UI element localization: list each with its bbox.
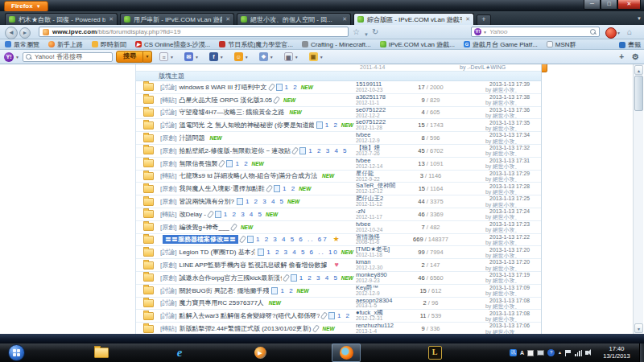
thread-row[interactable]: [原創] 誠邀永合作orpg官方三國kick最新漢化版3.2.2e(內有劉4攻略…	[136, 272, 541, 285]
thread-row[interactable]: [討論] 點解入去war3 點解個名會變綠呀?(唔代人都係呀?) 1 2 ●fu…	[136, 310, 541, 323]
thread-category-link[interactable]: [討論]	[160, 298, 176, 307]
thread-title-link[interactable]: 拾點壁紙2-修復版-無限歡迎你 ~ 連改貼	[179, 146, 291, 155]
thread-page-links[interactable]: 1 2 3 4 5	[308, 147, 348, 154]
last-post-time-link[interactable]: 2013-1-13 17:09	[456, 285, 541, 290]
last-poster-link[interactable]: 絕世小攻、	[493, 113, 520, 118]
yahoo-logo-icon[interactable]: Y!	[4, 52, 14, 62]
thread-category-link[interactable]: [原創]	[160, 159, 176, 168]
help-tray-icon[interactable]: ?	[547, 349, 555, 356]
toolbar-add-button[interactable]: +	[619, 52, 624, 61]
last-poster-link[interactable]: 絕世小攻、	[493, 214, 520, 220]
thread-category-link[interactable]: [原創]	[160, 134, 176, 142]
maximize-button[interactable]: □	[601, 0, 617, 10]
taskbar-ie-button[interactable]: e	[165, 343, 194, 362]
chevron-down-icon[interactable]: ▼	[617, 31, 621, 35]
last-poster-link[interactable]: 絕世小攻、	[493, 240, 520, 245]
thread-page-links[interactable]: 1 2 3 4 5 6 .. 10	[266, 249, 339, 256]
thread-page-links[interactable]: 1 2 3 4 5	[246, 198, 285, 205]
thread-category-link[interactable]: [原創]	[160, 184, 176, 193]
last-poster-link[interactable]: 絕世小攻、	[493, 265, 520, 271]
last-poster-link[interactable]: 絕世小攻、	[493, 303, 520, 309]
thread-row[interactable]: [轉貼] 新版點擊彈2.44F繁體正式版 (2013/01/02更新) NEW …	[136, 323, 541, 334]
taskbar-explorer-button[interactable]	[87, 343, 116, 362]
scrollbar[interactable]: ▲ ▼	[633, 64, 643, 334]
taskbar-lol-button[interactable]: L	[420, 343, 449, 362]
thread-title-link[interactable]: Legion TD (軍團TD) 基本介紹 3/12更新	[179, 248, 255, 257]
home-icon[interactable]: ⌂	[627, 27, 632, 37]
thread-title-link[interactable]: 〓〓服務器檔案修改〓〓	[163, 235, 238, 244]
reload-icon[interactable]: ↻	[372, 27, 378, 37]
scrollbar-thumb[interactable]	[634, 76, 643, 111]
thread-page-links[interactable]: 1 2	[280, 287, 294, 294]
thread-category-link[interactable]: [原創]	[160, 274, 176, 282]
last-post-time-link[interactable]: 2013-1-13 17:22	[456, 234, 541, 240]
toolbar-app-facebook[interactable]: f▼	[209, 52, 227, 61]
thread-row[interactable]: [討論] Legion TD (軍團TD) 基本介紹 3/12更新 1 2 3 …	[136, 246, 541, 259]
bookmark-item[interactable]: Crafting - Minecraft...	[302, 41, 371, 48]
chevron-down-icon[interactable]: ▼	[15, 55, 19, 60]
chevron-down-icon[interactable]: ▼	[483, 30, 487, 35]
yahoo-engine-icon[interactable]: Y!	[474, 28, 481, 35]
thread-title-link[interactable]: 七龍珠s9 td 詳細攻略(人物-組合等)滿分合成方法	[179, 171, 317, 180]
thread-category-link[interactable]: [討論]	[160, 248, 176, 257]
thread-row[interactable]: [原創] 編後覺g+神奇___ NEW tvbee 2012-10-24 7 /…	[136, 221, 541, 234]
thread-page-links[interactable]: 1 2 3 4 5	[299, 274, 339, 282]
ime-language-indicator[interactable]: A	[520, 349, 524, 356]
last-poster-link[interactable]: 絕世小攻、	[493, 202, 520, 208]
thread-row[interactable]: [原創] 汁譜問題 NEW tvbee 2012-12-9 8 / 596 20…	[136, 132, 541, 145]
toolbar-app-folder[interactable]: ▣▼	[309, 52, 327, 61]
last-poster-link[interactable]: 絕世小攻、	[493, 150, 520, 156]
tab-4-active[interactable]: 綜合版區 - IPvE.COM vLan 遊戲平台|... ✕	[353, 13, 474, 25]
toolbar-app-mail[interactable]: ✉▼	[184, 52, 202, 61]
thread-category-link[interactable]: [討論]	[160, 311, 176, 320]
bookmark-item[interactable]: G遊戲月台 Game Platf...	[464, 40, 538, 49]
thread-category-link[interactable]: [轉貼]	[160, 210, 176, 219]
toolbar-app-calendar[interactable]: ▦▼	[284, 52, 302, 61]
thread-category-link[interactable]: [討論]	[160, 286, 176, 295]
tab-close-icon[interactable]: ✕	[109, 16, 114, 23]
thread-row[interactable]: 〓〓服務器檔案修改〓〓 1 2 3 4 5 6 .. 67 ★ 宣情激怪 200…	[136, 234, 541, 247]
thread-row[interactable]: [討論] 魔力寶貝專用RC 25976377人 NEW aesopn28304 …	[136, 298, 541, 311]
scroll-up-icon[interactable]: ▲	[634, 65, 643, 75]
thread-category-link[interactable]: [原創]	[160, 197, 176, 206]
tab-close-icon[interactable]: ✕	[342, 16, 347, 23]
thread-row[interactable]: [討論] windows 8 WAR III 打唔到中文 1 2 NEW 151…	[136, 81, 541, 94]
ime-toolbar-icon[interactable]	[537, 350, 544, 356]
last-post-time-link[interactable]: 2013-1-13 17:35	[456, 120, 541, 125]
tab-close-icon[interactable]: ✕	[225, 16, 230, 23]
show-desktop-button[interactable]	[639, 343, 644, 362]
thread-category-link[interactable]: [轉貼]	[160, 96, 176, 105]
last-post-time-link[interactable]: 2013-1-13 17:08	[456, 311, 541, 316]
back-button[interactable]: ◄	[5, 27, 18, 39]
last-post-time-link[interactable]: 2013-1-13 17:23	[456, 221, 541, 227]
scroll-down-icon[interactable]: ▼	[634, 323, 643, 333]
thread-row[interactable]: [原創] 無限信長強襲 1 2 NEW tvbee 2012-12-14 13 …	[136, 158, 541, 171]
last-post-time-link[interactable]: 2013-1-13 17:29	[456, 171, 541, 176]
thread-title-link[interactable]: windows 8 WAR III 打唔到中文	[179, 83, 266, 92]
bookmark-item[interactable]: MSN群	[547, 40, 576, 49]
last-post-time-link[interactable]: 2013-1-13 17:34	[456, 132, 541, 138]
site-identity-icon[interactable]	[43, 29, 49, 35]
thread-title-link[interactable]: 凸星火晶大陸 ORPG 漢化版3.05	[179, 96, 272, 105]
announcement-row-partial[interactable]: 2011-4-14 by .-DevIL★WING	[136, 64, 541, 72]
thread-page-links[interactable]: 1 2 3 4 5	[224, 211, 263, 218]
last-poster-link[interactable]: 絕世小攻、	[493, 176, 520, 182]
last-post-time-link[interactable]: 2013-1-13 17:31	[456, 158, 541, 163]
last-post-time-link[interactable]: 2013-1-13 17:08	[456, 298, 541, 303]
thread-category-link[interactable]: [討論]	[160, 108, 176, 117]
toolbar-app-messenger[interactable]: ☺▼	[234, 52, 252, 61]
thread-title-link[interactable]: 汁譜問題	[179, 134, 204, 142]
thread-category-link[interactable]: [原創]	[160, 261, 176, 269]
last-post-time-link[interactable]: 2013-1-13 17:20	[456, 259, 541, 265]
tab-1[interactable]: 朽木★自散 - 回復 - Powered by Disc... ✕	[5, 13, 118, 25]
yahoo-search-input[interactable]: Yahoo! 香港搜尋	[23, 52, 113, 62]
thread-row[interactable]: [原創] LINE APP監聽手機內容 監視訊息破解 偷看增份數據 ♥ kman…	[136, 259, 541, 272]
thread-title-link[interactable]: LINE APP監聽手機內容 監視訊息破解 偷看增份數據	[179, 261, 327, 269]
tab-close-icon[interactable]: ✕	[465, 16, 470, 23]
thread-page-links[interactable]: 1 2	[285, 84, 299, 91]
thread-title-link[interactable]: 誠邀永合作orpg官方三國kick最新漢化版3.2.2e(內有劉4攻略)	[179, 274, 281, 282]
thread-title-link[interactable]: 魔力寶貝專用RC 25976377人	[179, 298, 263, 307]
firefox-menu-button[interactable]: Firefox▼	[4, 1, 48, 12]
bookmark-star-icon[interactable]: ☆	[353, 27, 360, 37]
search-icon[interactable]	[590, 29, 597, 35]
